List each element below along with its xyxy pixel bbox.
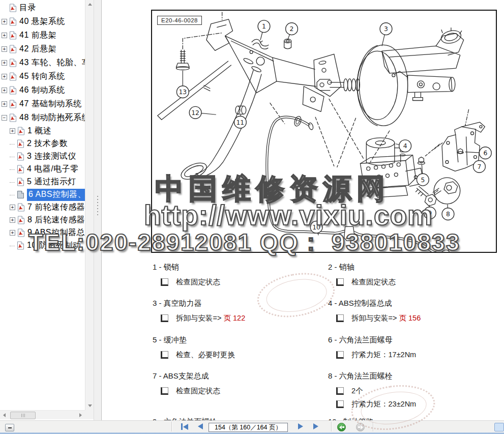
sidebar-item[interactable]: +46 制动系统 <box>0 83 85 97</box>
pdf-file-icon <box>17 203 25 212</box>
sidebar-item[interactable]: +41 前悬架 <box>0 28 85 42</box>
pdf-file-icon <box>17 178 24 186</box>
tree-connector <box>10 169 15 170</box>
part-item: 6 - 六角法兰面螺母拧紧力矩：17±2Nm <box>328 335 502 360</box>
expand-icon[interactable]: + <box>2 46 7 52</box>
part-note-text: 检查固定状态 <box>176 277 220 287</box>
checkbox-icon <box>336 400 344 408</box>
sidebar-item[interactable]: 5 通过指示灯 <box>0 176 85 188</box>
collapse-panel-button[interactable] <box>5 424 14 431</box>
part-note: 拆卸与安装=> 页 122 <box>153 313 327 323</box>
parts-column-left: 1 - 锁销检查固定状态3 - 真空助力器拆卸与安装=> 页 1225 - 缓冲… <box>153 0 327 420</box>
sidebar-vertical-scrollbar[interactable] <box>85 0 94 410</box>
pdf-file-icon <box>9 86 17 95</box>
pdf-file-icon <box>9 31 17 40</box>
sidebar-item-label: 2 技术参数 <box>27 138 68 149</box>
sidebar-horizontal-scrollbar[interactable] <box>0 410 85 419</box>
expand-icon[interactable]: + <box>2 19 7 24</box>
expand-icon[interactable]: + <box>2 60 7 66</box>
expand-icon[interactable]: + <box>2 88 7 93</box>
previous-view-button[interactable] <box>337 423 346 431</box>
sidebar-item-label: 9 ABS控制器总成 <box>27 227 85 238</box>
next-page-icon <box>298 423 303 429</box>
sidebar-item-label: 43 车轮、轮胎、车 <box>19 57 85 68</box>
tree-connector <box>10 195 15 195</box>
scroll-down-button[interactable] <box>85 401 94 410</box>
previous-page-button[interactable] <box>198 423 203 429</box>
part-item: 2 - 销轴检查固定状态 <box>328 263 502 287</box>
expand-icon[interactable]: + <box>2 101 7 107</box>
sidebar-item-label: 5 通过指示灯 <box>27 177 76 187</box>
scrollbar-thumb[interactable] <box>10 412 36 419</box>
tree-connector <box>10 144 15 144</box>
sidebar-item[interactable]: +47 基础制动系统 <box>0 97 85 111</box>
pdf-file-icon <box>9 45 17 53</box>
part-note: 拆卸与安装=> 页 156 <box>328 313 502 323</box>
tree-connector <box>10 246 15 246</box>
first-page-button[interactable] <box>181 423 188 430</box>
part-note-text: 拆卸与安装=> 页 156 <box>351 313 421 323</box>
sidebar-item[interactable]: 2 技术参数 <box>0 137 85 150</box>
pdf-file-icon <box>9 72 17 81</box>
arrow-right-icon <box>79 413 82 417</box>
sidebar-item[interactable]: +9 ABS控制器总成 <box>0 226 85 239</box>
minus-icon <box>8 427 12 428</box>
pdf-file-icon <box>17 127 25 135</box>
splitter-grip-icon <box>97 196 98 215</box>
sidebar-item[interactable]: 10 防抱死制动 <box>0 239 85 252</box>
page-number-input[interactable] <box>209 423 288 432</box>
pdf-file-icon <box>9 100 17 108</box>
arrow-up-icon <box>88 3 92 6</box>
part-title: 5 - 缓冲垫 <box>153 335 327 345</box>
sidebar-item[interactable]: +42 后悬架 <box>0 42 85 56</box>
expand-icon[interactable]: + <box>10 217 15 223</box>
collapse-icon[interactable]: − <box>2 115 7 121</box>
expand-icon[interactable]: + <box>10 205 15 210</box>
sidebar-item-selected[interactable]: 6 ABS控制器、 <box>0 188 85 201</box>
scroll-left-button[interactable] <box>0 411 9 419</box>
toolbar-separator <box>331 422 332 431</box>
sidebar-item[interactable]: 目录 <box>0 1 85 15</box>
part-note: 2个 <box>328 386 502 396</box>
part-note-text: 拧紧力矩：17±2Nm <box>351 350 416 360</box>
expand-icon[interactable]: + <box>10 128 15 134</box>
sidebar-item-label: 1 概述 <box>27 126 51 136</box>
panel-splitter[interactable] <box>94 0 102 420</box>
part-note-text: 检查固定状态 <box>176 386 220 396</box>
sidebar-item[interactable]: 4 电器/电子零 <box>0 163 85 176</box>
part-item: 4 - ABS控制器总成拆卸与安装=> 页 156 <box>328 299 502 323</box>
sidebar-item[interactable]: +7 前轮速传感器 <box>0 201 85 214</box>
part-note-text: 拆卸与安装=> 页 122 <box>176 313 245 323</box>
sidebar-item[interactable]: +45 转向系统 <box>0 70 85 83</box>
expand-icon[interactable]: + <box>2 33 7 38</box>
checkbox-icon <box>161 351 168 359</box>
pdf-file-icon <box>9 4 17 12</box>
arrow-down-icon <box>88 404 92 407</box>
sidebar-item[interactable]: +1 概述 <box>0 125 85 137</box>
tree-connector <box>10 157 15 157</box>
scroll-right-button[interactable] <box>76 411 85 419</box>
page-reference-link[interactable]: 页 156 <box>399 314 421 322</box>
sidebar-item-label: 45 转向系统 <box>19 71 65 82</box>
scroll-up-button[interactable] <box>85 0 94 9</box>
next-view-button[interactable] <box>356 423 365 431</box>
back-arrow-icon <box>339 425 342 429</box>
part-note-text: 2个 <box>351 386 363 396</box>
next-page-button[interactable] <box>298 423 303 429</box>
page-reference-link[interactable]: 页 122 <box>223 314 245 322</box>
checkbox-icon <box>161 314 168 322</box>
sidebar-item[interactable]: −48 制动防抱死系统 <box>0 111 85 125</box>
part-item: 8 - 六角法兰面螺栓2个拧紧力矩：23±2Nm <box>328 371 502 409</box>
sidebar-item-label: 42 后悬架 <box>19 44 56 54</box>
sidebar-item[interactable]: +40 悬架系统 <box>0 15 85 28</box>
pdf-file-icon <box>17 228 25 237</box>
sidebar-item[interactable]: +43 车轮、轮胎、车 <box>0 56 85 70</box>
expand-icon[interactable]: + <box>2 74 7 79</box>
last-page-button[interactable] <box>313 423 318 429</box>
expand-icon[interactable]: + <box>10 230 15 236</box>
pdf-file-icon <box>9 59 17 67</box>
toolbar-button-partial[interactable] <box>494 423 504 431</box>
sidebar-item[interactable]: 3 连接测试仪 <box>0 150 85 163</box>
bookmarks-panel: 目录+40 悬架系统+41 前悬架+42 后悬架+43 车轮、轮胎、车+45 转… <box>0 0 85 420</box>
sidebar-item[interactable]: +8 后轮速传感器 <box>0 214 85 226</box>
